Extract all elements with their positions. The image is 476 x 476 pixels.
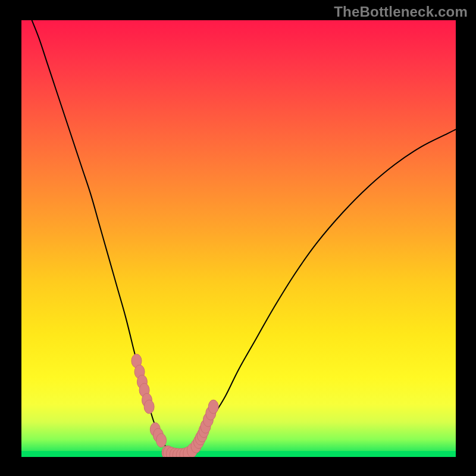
plot-background (21, 20, 456, 457)
bottleneck-chart (0, 0, 476, 476)
marker (208, 400, 218, 414)
chart-frame: { "watermark": "TheBottleneck.com", "col… (0, 0, 476, 476)
marker (144, 400, 154, 414)
watermark-text: TheBottleneck.com (334, 4, 468, 20)
green-baseline (21, 451, 456, 457)
marker (156, 434, 167, 447)
